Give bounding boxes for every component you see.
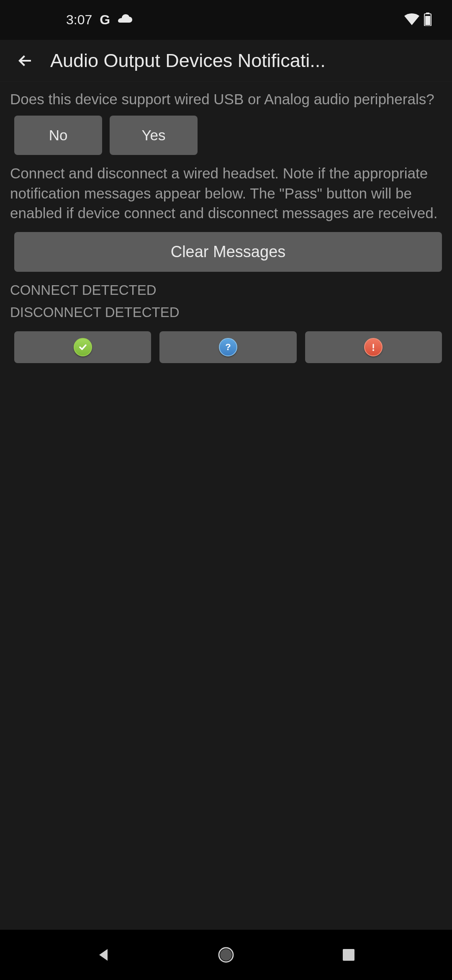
question-circle-icon: ? (219, 338, 237, 356)
triangle-left-icon (96, 947, 111, 962)
yes-no-row: No Yes (14, 116, 442, 155)
no-button[interactable]: No (14, 116, 102, 155)
nav-recent-button[interactable] (336, 942, 361, 967)
log-line-connect: CONNECT DETECTED (10, 279, 442, 302)
status-time: 3:07 (66, 12, 92, 28)
svg-rect-4 (373, 344, 374, 348)
back-button[interactable] (10, 46, 40, 76)
svg-point-7 (220, 949, 232, 961)
arrow-left-icon (17, 52, 33, 69)
svg-rect-2 (425, 16, 430, 25)
clear-messages-button[interactable]: Clear Messages (14, 232, 442, 272)
navigation-bar (0, 930, 452, 980)
app-bar: Audio Output Devices Notificati... (0, 40, 452, 82)
instructions-label: Connect and disconnect a wired headset. … (10, 163, 442, 223)
circle-icon (218, 946, 234, 963)
result-row: ? (14, 331, 442, 363)
content-area: Does this device support wired USB or An… (0, 82, 452, 363)
pass-button[interactable] (14, 331, 151, 363)
status-right (404, 13, 432, 28)
question-label: Does this device support wired USB or An… (10, 89, 442, 109)
nav-back-button[interactable] (91, 942, 116, 967)
status-left: 3:07 G (20, 12, 133, 28)
fail-button[interactable] (305, 331, 442, 363)
cloud-icon (118, 14, 133, 26)
svg-text:?: ? (225, 342, 231, 352)
nav-home-button[interactable] (213, 942, 239, 967)
yes-button[interactable]: Yes (110, 116, 198, 155)
google-icon: G (100, 12, 110, 28)
check-circle-icon (74, 338, 92, 356)
exclamation-circle-icon (364, 338, 383, 356)
square-icon (342, 948, 355, 962)
info-button[interactable]: ? (159, 331, 296, 363)
log-area: CONNECT DETECTED DISCONNECT DETECTED (10, 279, 442, 324)
svg-point-5 (372, 349, 374, 351)
log-line-disconnect: DISCONNECT DETECTED (10, 302, 442, 324)
page-title: Audio Output Devices Notificati... (50, 50, 442, 72)
battery-icon (424, 13, 432, 28)
wifi-icon (404, 13, 419, 27)
status-bar: 3:07 G (0, 0, 452, 40)
svg-rect-8 (343, 949, 354, 961)
